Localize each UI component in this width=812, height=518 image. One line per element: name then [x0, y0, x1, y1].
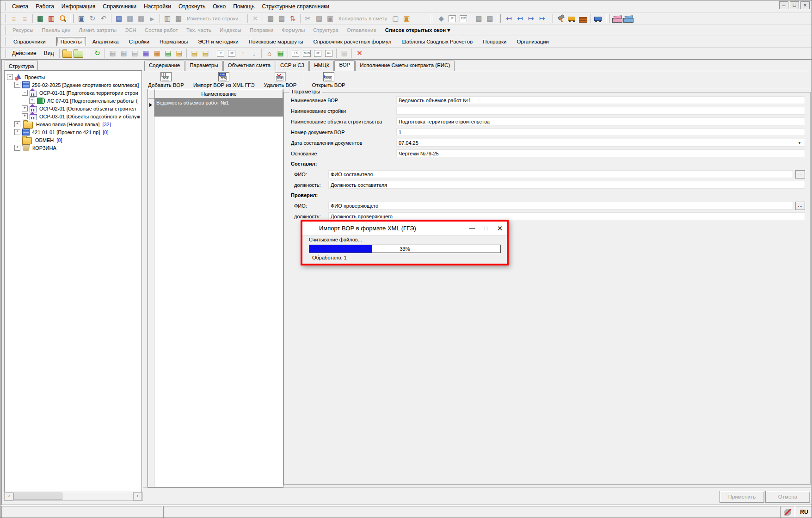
workspace-tab-4[interactable]: Стройки [125, 37, 153, 46]
archive-icon[interactable]: ◆ [436, 13, 447, 24]
indent-left-icon[interactable]: ↤ [514, 13, 525, 24]
form-field-3[interactable]: Подготовка территории строительства [396, 117, 805, 125]
search-icon[interactable] [57, 13, 68, 24]
copy-to-estimate-button[interactable]: Копировать в смету [336, 16, 390, 21]
refresh-icon[interactable]: ↻ [87, 13, 98, 24]
tree-item-7[interactable]: +Новая папка [Новая папка][32] [7, 120, 141, 128]
menu-2[interactable]: Работа [32, 2, 58, 11]
tree-item-1[interactable]: −Проекты [7, 73, 141, 81]
tree-toggle-minus[interactable]: − [22, 90, 28, 96]
books-pink-icon[interactable] [612, 13, 623, 24]
table-view2-icon[interactable]: ▦ [118, 48, 129, 59]
vor-button-1[interactable]: Добавить ВОР [143, 72, 189, 88]
strip-item-8[interactable]: Поправки [250, 27, 273, 33]
document-tab-5[interactable]: НМЦК [309, 61, 334, 71]
tree-item-5[interactable]: +ОСР-02-01 [Основные объекты строител [7, 105, 141, 112]
workspace-tab-8[interactable]: Справочник расчётных формул [310, 37, 395, 46]
row-edit-x-icon[interactable]: ▤ [484, 13, 495, 24]
window-minimize-button[interactable]: – [779, 1, 788, 9]
sort-icon[interactable]: ⇅ [287, 13, 298, 24]
machines-icon[interactable] [566, 13, 578, 24]
param-p-icon[interactable]: Р [215, 48, 226, 59]
dialog-titlebar[interactable]: Импорт ВОР в формате XML (ГГЭ) — □ ✕ [302, 222, 507, 235]
index-tb-icon[interactable]: Тб [290, 48, 301, 59]
menu-7[interactable]: Окно [209, 2, 229, 11]
delete-row-icon[interactable]: ✕ [250, 13, 261, 24]
workspace-tab-3[interactable]: Аналитика [89, 37, 123, 46]
strip-item-9[interactable]: Формулы [282, 27, 305, 33]
tree-toggle-plus[interactable]: + [22, 113, 28, 119]
materials-icon[interactable] [578, 13, 589, 24]
scroll-left-button[interactable]: ‹ [5, 492, 13, 500]
tree-toggle-plus[interactable]: + [14, 145, 20, 151]
load-prices-alt-icon[interactable]: ▦ [135, 13, 147, 24]
project-copy-icon[interactable]: ▦ [151, 48, 162, 59]
row-edit-icon[interactable]: ▤ [473, 13, 484, 24]
indent-left2-icon[interactable]: ↤ [503, 13, 514, 24]
menu-6[interactable]: Отдохнуть [175, 2, 209, 11]
ellipsis-button[interactable]: … [795, 202, 805, 210]
delivery-icon[interactable] [593, 13, 604, 24]
workspace-tab-9[interactable]: Шаблоны Сводных Расчётов [398, 37, 476, 46]
document-tab-4[interactable]: ССР и СЗ [276, 61, 309, 71]
vor-list-selected-row[interactable]: Ведомость объемов работ №1 [154, 99, 283, 117]
tree-toggle-plus[interactable]: + [14, 129, 20, 135]
export-project-icon[interactable]: ▤ [173, 48, 185, 59]
cut-icon[interactable]: ✂ [302, 13, 314, 24]
tree-toggle-minus[interactable]: − [14, 82, 20, 88]
change-row-type-button[interactable]: Изменить тип строки... [184, 16, 246, 21]
document-tab-2[interactable]: Параметры [185, 61, 222, 71]
tree-item-9[interactable]: ОБМЕН[0] [7, 136, 141, 144]
menu-3[interactable]: Информация [58, 2, 99, 11]
tree-toggle-plus[interactable]: + [29, 98, 35, 104]
combo-dropdown-icon[interactable]: ▾ [796, 141, 803, 145]
export-doc-icon[interactable]: ▤ [113, 13, 124, 24]
workspace-tab-5[interactable]: Нормативы [156, 37, 191, 46]
undo-icon[interactable]: ↶ [98, 13, 109, 24]
form-field-9[interactable]: Должность составителя [328, 181, 805, 189]
print-icon[interactable]: ▥ [162, 13, 173, 24]
index-m25-icon[interactable]: М25 [301, 48, 312, 59]
indent-right-icon[interactable]: ↦ [525, 13, 536, 24]
form-field-2[interactable] [396, 107, 805, 115]
paste-doc-icon[interactable]: ▢ [390, 13, 401, 24]
doc-expertise2-icon[interactable]: ▤ [200, 48, 211, 59]
menu-9[interactable]: Структурные справочники [258, 2, 333, 11]
dialog-close-button[interactable]: ✕ [493, 224, 507, 233]
tree-toggle-minus[interactable]: − [7, 74, 13, 80]
workspace-tab-7[interactable]: Поисковые маршруты [245, 37, 307, 46]
workspace-tab-6[interactable]: ЭСН и методики [194, 37, 242, 46]
tree-toggle-plus[interactable]: + [14, 121, 20, 127]
strip-item-6[interactable]: Тех. часть [186, 27, 211, 33]
tree-item-2[interactable]: −256-02-2025 [Здание спортивного комплек… [7, 81, 141, 89]
open-windows-dropdown[interactable]: Список открытых окон ▾ [385, 27, 450, 33]
pr-doc-icon[interactable]: ПР [458, 13, 469, 24]
document-tab-6[interactable]: ВОР [334, 60, 355, 71]
paste-special-icon[interactable]: ▣ [401, 13, 412, 24]
param-pr-icon[interactable]: ПР [226, 48, 237, 59]
excel-export-icon[interactable]: ▦ [35, 13, 46, 24]
vor-button-3[interactable]: Удалить ВОР [259, 72, 301, 88]
strip-item-2[interactable]: Панель цен [42, 27, 70, 33]
import-project-icon[interactable]: ▤ [162, 48, 173, 59]
strip-item-4[interactable]: ЭСН [125, 27, 136, 33]
workspace-tab-1[interactable]: Справочники [10, 37, 49, 46]
form-field-6[interactable]: Чертежи №79-25 [396, 149, 805, 157]
strip-item-5[interactable]: Состав работ [145, 27, 178, 33]
workspace-tab-10[interactable]: Поправки [479, 37, 510, 46]
menu-4[interactable]: Справочники [99, 2, 140, 11]
scroll-right-button[interactable]: › [133, 492, 142, 500]
strip-item-3[interactable]: Лимит. затраты [79, 27, 116, 33]
doc-view-icon[interactable]: ▤ [129, 48, 140, 59]
tree-item-3[interactable]: −ОСР-01-01 [Подготовка территории строи [7, 89, 141, 97]
form-field-1[interactable]: Ведомость объемов работ №1 [396, 96, 805, 104]
strip-item-1[interactable]: Ресурсы [12, 27, 33, 33]
window-maximize-button[interactable]: □ [790, 1, 799, 9]
load-prices-icon[interactable]: ▦ [124, 13, 135, 24]
name-column-header[interactable]: Наименование [155, 89, 283, 99]
workspace-tab-11[interactable]: Организации [513, 37, 553, 46]
move-down-icon[interactable]: ↓ [248, 48, 259, 59]
window-close-button[interactable]: × [800, 1, 810, 9]
workspace-tab-2[interactable]: Проекты [56, 37, 86, 46]
cancel-button[interactable]: Отмена [765, 491, 810, 503]
